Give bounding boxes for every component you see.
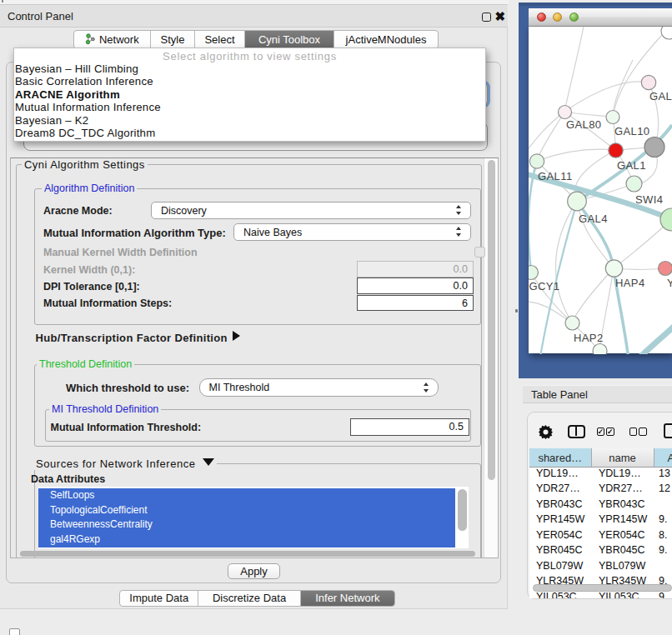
- svg-text:GAL11: GAL11: [538, 169, 573, 182]
- svg-text:GAL4: GAL4: [579, 212, 608, 224]
- svg-text:Y: Y: [667, 276, 672, 288]
- svg-text:GAL10: GAL10: [614, 124, 649, 137]
- svg-text:GCY1: GCY1: [529, 279, 560, 292]
- svg-text:HAP2: HAP2: [574, 331, 604, 343]
- svg-text:HAP4: HAP4: [615, 276, 645, 288]
- svg-text:SWI4: SWI4: [635, 192, 663, 205]
- svg-text:GAL7: GAL7: [649, 89, 672, 102]
- svg-text:GAL1: GAL1: [617, 158, 646, 171]
- svg-text:GAL80: GAL80: [566, 118, 601, 130]
